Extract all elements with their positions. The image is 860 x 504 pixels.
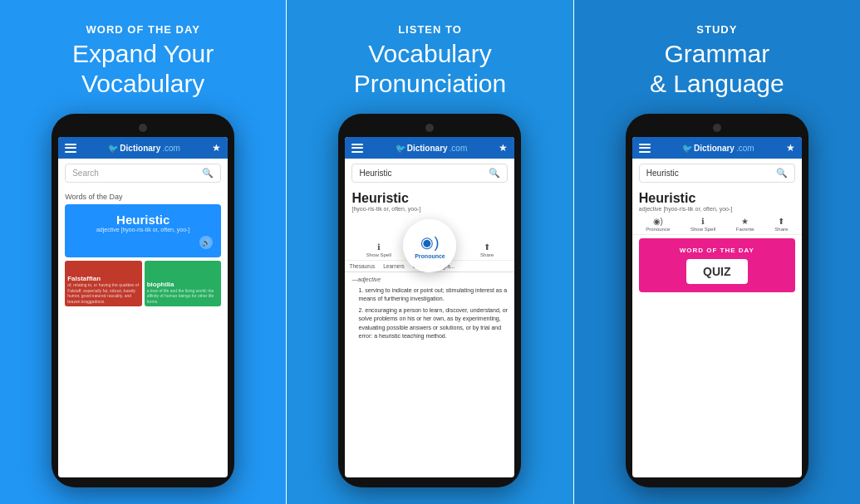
app-logo-2: 🐦 Dictionary .com bbox=[396, 144, 468, 153]
search-bar-1[interactable]: Search 🔍 bbox=[65, 164, 221, 183]
share-icon-2: ⬆ bbox=[484, 242, 490, 252]
phone-1: 🐦 Dictionary .com ★ Search 🔍 Words of th… bbox=[52, 114, 234, 487]
star-icon-2[interactable]: ★ bbox=[499, 142, 508, 154]
share-label-2: Share bbox=[480, 252, 494, 257]
definition-area-2: —adjective 1. serving to indicate or poi… bbox=[345, 272, 514, 347]
logo-bird-1: 🐦 bbox=[108, 144, 118, 153]
tab-thesaurus[interactable]: Thesaurus bbox=[345, 261, 379, 272]
quiz-button-text: QUIZ bbox=[703, 265, 730, 278]
phone-2-camera bbox=[425, 124, 434, 132]
dict-pron-2: [hyoo-ris-tik or, often, yoo-] bbox=[345, 206, 514, 215]
wotd-quiz-label: WORD OF THE DAY bbox=[647, 247, 787, 254]
pronounce-button-large[interactable]: ◉) Pronounce bbox=[403, 219, 456, 272]
phone-2-screen: 🐦 Dictionary .com ★ Heuristic 🔍 Heuristi… bbox=[345, 137, 514, 477]
panel-study: STUDY Grammar& Language 🐦 Dictionary .co… bbox=[574, 0, 860, 504]
logo-dot-3: .com bbox=[736, 144, 754, 153]
hamburger-icon-3[interactable] bbox=[639, 144, 651, 153]
p3-actions: ◉) Pronounce ℹ Show Spell ★ Favorite ⬆ S… bbox=[632, 214, 802, 235]
phone-3: 🐦 Dictionary .com ★ Heuristic 🔍 Heuristi… bbox=[626, 114, 808, 487]
logo-text-1: Dictionary bbox=[120, 144, 160, 153]
app-logo-3: 🐦 Dictionary .com bbox=[682, 144, 754, 153]
logo-bird-3: 🐦 bbox=[682, 144, 692, 153]
phone-2: 🐦 Dictionary .com ★ Heuristic 🔍 Heuristi… bbox=[338, 114, 521, 487]
phone-1-camera bbox=[139, 124, 147, 132]
mini-card-1-def: of, relating to, or having the qualities… bbox=[67, 282, 140, 304]
search-mag-icon-1: 🔍 bbox=[202, 168, 214, 179]
logo-bird-2: 🐦 bbox=[396, 144, 405, 153]
show-spell-btn-3[interactable]: ℹ Show Spell bbox=[690, 217, 715, 232]
show-spell-label: Show Spell bbox=[366, 252, 391, 257]
phone-3-camera bbox=[713, 124, 721, 132]
mini-card-1-word: Falstaffian bbox=[67, 275, 140, 282]
phone-1-screen: 🐦 Dictionary .com ★ Search 🔍 Words of th… bbox=[58, 137, 228, 477]
panel-listen: LISTEN TO VocabularyPronunciation 🐦 Dict… bbox=[287, 0, 573, 504]
p3-word: Heuristic bbox=[632, 188, 802, 206]
def-pos-2: —adjective bbox=[351, 276, 508, 285]
app-header-2: 🐦 Dictionary .com ★ bbox=[345, 137, 514, 159]
dict-word-2: Heuristic bbox=[345, 188, 514, 206]
pronounce-icon-3: ◉) bbox=[653, 217, 663, 226]
share-btn-3[interactable]: ⬆ Share bbox=[774, 217, 788, 232]
favorite-icon-3: ★ bbox=[741, 217, 749, 226]
search-value-2: Heuristic bbox=[359, 169, 489, 178]
search-bar-2[interactable]: Heuristic 🔍 bbox=[351, 164, 508, 183]
star-icon-1[interactable]: ★ bbox=[212, 142, 221, 154]
def-item-1: 1. serving to indicate or point out; sti… bbox=[351, 286, 508, 304]
panel-1-label: WORD OF THE DAY bbox=[86, 23, 200, 36]
section-label-1: Words of the Day bbox=[65, 193, 221, 201]
tab-learners[interactable]: Learners bbox=[379, 261, 409, 272]
wotd-quiz-card: WORD OF THE DAY QUIZ bbox=[639, 238, 795, 292]
search-bar-3[interactable]: Heuristic 🔍 bbox=[639, 164, 795, 183]
search-mag-icon-2: 🔍 bbox=[489, 168, 500, 179]
panel-3-label: STUDY bbox=[696, 23, 737, 36]
search-placeholder-1: Search bbox=[72, 169, 202, 178]
wotd-word: Heuristic bbox=[73, 213, 213, 227]
show-spell-btn[interactable]: ℹ Show Spell bbox=[366, 242, 391, 257]
share-label-3: Share bbox=[774, 227, 788, 232]
panel-word-of-day: WORD OF THE DAY Expand YourVocabulary 🐦 … bbox=[0, 0, 286, 504]
wotd-card: Heuristic adjective [hyoo-ris-tik or, of… bbox=[65, 204, 221, 257]
pronounce-btn-label: Pronounce bbox=[415, 253, 445, 259]
search-mag-icon-3: 🔍 bbox=[776, 168, 788, 179]
pronounce-sound-icon: ◉) bbox=[420, 233, 439, 252]
panel-1-title: Expand YourVocabulary bbox=[72, 39, 214, 99]
mini-card-falstaffian: Falstaffian of, relating to, or having t… bbox=[65, 261, 142, 306]
share-icon-3: ⬆ bbox=[778, 217, 784, 226]
screen-content-1: Words of the Day Heuristic adjective [hy… bbox=[58, 188, 228, 477]
quiz-button[interactable]: QUIZ bbox=[686, 259, 747, 284]
mini-card-2-def: a love of life and the living world; the… bbox=[147, 288, 219, 305]
show-spell-label-3: Show Spell bbox=[690, 227, 715, 232]
def-item-2: 2. encouraging a person to learn, discov… bbox=[351, 306, 508, 341]
panel-2-label: LISTEN TO bbox=[398, 23, 462, 36]
phone-3-screen: 🐦 Dictionary .com ★ Heuristic 🔍 Heuristi… bbox=[632, 137, 802, 477]
share-btn-2[interactable]: ⬆ Share bbox=[480, 242, 494, 257]
pronounce-label-3: Pronounce bbox=[646, 227, 670, 232]
hamburger-icon-2[interactable] bbox=[351, 144, 363, 153]
star-icon-3[interactable]: ★ bbox=[786, 142, 795, 154]
logo-dot-1: .com bbox=[162, 144, 180, 153]
pronounce-btn-3[interactable]: ◉) Pronounce bbox=[646, 217, 670, 232]
app-header-3: 🐦 Dictionary .com ★ bbox=[632, 137, 802, 159]
panel-2-title: VocabularyPronunciation bbox=[354, 39, 506, 99]
p3-pron: adjective [hyoo-ris-tik or, often, yoo-] bbox=[632, 206, 802, 214]
sound-icon[interactable]: 🔊 bbox=[199, 236, 213, 249]
app-header-1: 🐦 Dictionary .com ★ bbox=[58, 137, 228, 159]
show-spell-icon-3: ℹ bbox=[701, 217, 705, 226]
panel-3-title: Grammar& Language bbox=[650, 39, 784, 99]
wotd-sound-area: 🔊 bbox=[73, 236, 213, 249]
favorite-btn-3[interactable]: ★ Favorite bbox=[736, 217, 754, 232]
logo-text-3: Dictionary bbox=[694, 144, 735, 153]
mini-cards: Falstaffian of, relating to, or having t… bbox=[65, 261, 221, 306]
mini-card-biophilia: biophilia a love of life and the living … bbox=[145, 261, 222, 306]
show-spell-icon: ℹ bbox=[377, 242, 381, 252]
logo-text-2: Dictionary bbox=[407, 144, 448, 153]
hamburger-icon-1[interactable] bbox=[65, 144, 76, 153]
mini-card-2-word: biophilia bbox=[147, 281, 219, 288]
app-logo-1: 🐦 Dictionary .com bbox=[108, 144, 180, 153]
search-value-3: Heuristic bbox=[646, 169, 776, 178]
wotd-pos: adjective [hyoo-ris-tik or, often, yoo-] bbox=[73, 227, 213, 232]
favorite-label-3: Favorite bbox=[736, 227, 754, 232]
logo-dot-2: .com bbox=[450, 144, 468, 153]
